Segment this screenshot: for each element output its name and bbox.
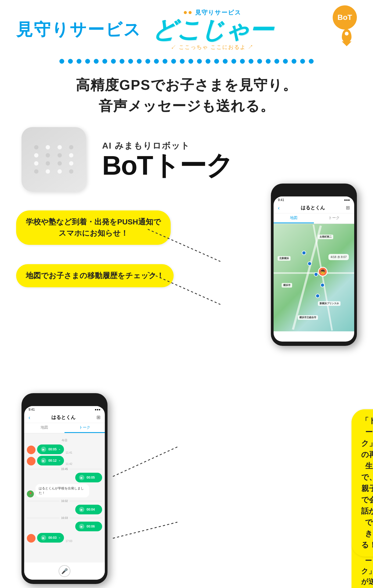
dot-17 bbox=[197, 59, 202, 64]
map-display: 👦 4/18 水 8:07 太尾町第二 北新横浜 横浜市 新横浜プリンスホ 横浜… bbox=[274, 224, 354, 331]
light-15 bbox=[58, 169, 62, 174]
dot-19 bbox=[214, 59, 219, 64]
audio-bubble-3[interactable]: ▶ 00:05 bbox=[75, 473, 102, 482]
section-time-2: 16:02 bbox=[61, 500, 68, 503]
feature-bubble-1: 学校や塾など到着・出発をPUSH通知で スマホにお知らせ！ bbox=[16, 210, 171, 245]
notification-msg: 📍 はるとくんが学校を出発しました！ bbox=[27, 484, 102, 497]
service-name-left: 見守りサービス bbox=[16, 18, 141, 41]
dot-3 bbox=[77, 59, 81, 64]
tab-map-left[interactable]: 地図 bbox=[24, 423, 64, 433]
audio-bubble-4[interactable]: ▶ 00:04 bbox=[75, 505, 102, 514]
location-pin-icon bbox=[342, 29, 352, 42]
dot-16 bbox=[188, 59, 193, 64]
small-service-label: ●● 見守りサービス bbox=[183, 8, 242, 17]
bot-talk-title: BoTトーク bbox=[102, 152, 233, 179]
dot-25 bbox=[266, 59, 271, 64]
map-label-1: 太尾町第二 bbox=[318, 235, 333, 239]
map-label-5: 横浜市立総合市 bbox=[298, 315, 318, 320]
play-icon-5[interactable]: ▶ bbox=[79, 524, 84, 529]
audio-bubble-5[interactable]: ▶ 00:06 bbox=[75, 522, 102, 531]
heading-line1: 高精度GPSでお子さまを見守り。 bbox=[11, 74, 362, 95]
mic-icon[interactable]: 🎤 bbox=[59, 565, 70, 577]
light-16 bbox=[69, 169, 73, 174]
map-dot-4 bbox=[320, 283, 325, 287]
chat-msg-5: ▶ 00:06 bbox=[27, 522, 102, 531]
bot-badge: BoT bbox=[333, 5, 357, 30]
phone-screen-left: 9:41 ●●● ‹ はるとくん ⊞ 地図 トーク 今日 bbox=[24, 406, 105, 580]
dot-15 bbox=[180, 59, 185, 64]
dot-14 bbox=[171, 59, 176, 64]
dot-9 bbox=[128, 59, 133, 64]
contacts-icon[interactable]: ⊞ bbox=[346, 205, 350, 211]
dot-24 bbox=[257, 59, 262, 64]
map-label-3: 横浜市 bbox=[282, 283, 292, 288]
map-label-2: 北新横浜 bbox=[278, 256, 290, 261]
bubble2-text: 地図でお子さまの移動履歴をチェック！ bbox=[26, 271, 164, 280]
section-time-1: 15:45 bbox=[61, 468, 68, 471]
phone-left-wrapper: 9:41 ●●● ‹ はるとくん ⊞ 地図 トーク 今日 bbox=[21, 393, 102, 584]
play-icon-2[interactable]: ▶ bbox=[41, 458, 46, 463]
bottom-section: 9:41 ●●● ‹ はるとくん ⊞ 地図 トーク 今日 bbox=[0, 388, 373, 588]
phone-header-right: ‹ はるとくん ⊞ bbox=[274, 203, 354, 213]
contacts-left-icon[interactable]: ⊞ bbox=[96, 414, 101, 420]
light-8 bbox=[69, 153, 73, 157]
bubble1-line2: スマホにお知らせ！ bbox=[59, 229, 128, 237]
audio-bubble-6[interactable]: ▶ 00:03 bbox=[37, 533, 64, 543]
map-road-3 bbox=[313, 225, 333, 331]
audio-bubble-2[interactable]: ▶ 00:12 bbox=[37, 456, 64, 465]
chat-msg-3: ▶ 00:05 bbox=[27, 473, 102, 482]
play-icon-3[interactable]: ▶ bbox=[79, 475, 84, 480]
phone-title-right: はるとくん bbox=[301, 205, 325, 211]
dot-2 bbox=[68, 59, 73, 64]
dot-11 bbox=[145, 59, 150, 64]
mic-button-area: 🎤 bbox=[24, 562, 105, 580]
play-icon-4[interactable]: ▶ bbox=[79, 507, 84, 512]
logo-area: ●● 見守りサービス どこじゃー ↙ ここっちゃ ここにおるよ ↗ bbox=[152, 8, 272, 51]
audio-time-1: 00:05 bbox=[48, 447, 57, 451]
dot-icon: ●● bbox=[183, 8, 195, 16]
phone-frame-left: 9:41 ●●● ‹ はるとくん ⊞ 地図 トーク 今日 bbox=[21, 393, 107, 584]
msg6-timestamp: 17:03 bbox=[66, 540, 72, 543]
dot-18 bbox=[206, 59, 210, 64]
phone-title-left: はるとくん bbox=[51, 414, 76, 421]
play-icon-1[interactable]: ▶ bbox=[41, 447, 46, 452]
signal-icons: ●●● bbox=[344, 198, 350, 202]
light-9 bbox=[34, 161, 38, 166]
audio-time-6: 00:03 bbox=[48, 536, 57, 540]
dot-30 bbox=[309, 59, 314, 64]
time-left: 9:41 bbox=[28, 408, 35, 411]
dot-10 bbox=[137, 59, 142, 64]
light-11 bbox=[58, 161, 62, 166]
dot-6 bbox=[102, 59, 107, 64]
phone-header-left: ‹ はるとくん ⊞ bbox=[24, 413, 105, 423]
chat-messages: 今日 ▶ 00:05 11:41 bbox=[24, 433, 105, 562]
light-5 bbox=[34, 153, 38, 157]
dot-29 bbox=[300, 59, 305, 64]
dot-20 bbox=[223, 59, 228, 64]
light-10 bbox=[46, 161, 50, 166]
map-road-1 bbox=[292, 225, 322, 330]
notification-text-bubble: はるとくんが学校を出発しました！ bbox=[35, 484, 89, 497]
time-display: 9:41 bbox=[278, 198, 284, 202]
section-divider-3: 16:03 bbox=[27, 517, 102, 519]
map-dot-1 bbox=[302, 251, 306, 255]
phone-right: 9:41 ●●● ‹ はるとくん ⊞ 地図 トーク bbox=[271, 184, 357, 346]
tokoja-subtitle: ↙ ここっちゃ ここにおるよ ↗ bbox=[171, 44, 254, 51]
map-dot-2 bbox=[307, 261, 312, 266]
play-icon-6[interactable]: ▶ bbox=[41, 535, 46, 540]
dot-1 bbox=[59, 59, 64, 64]
tab-map-right[interactable]: 地図 bbox=[274, 213, 314, 223]
audio-bubble-1[interactable]: ▶ 00:05 bbox=[37, 444, 64, 454]
tab-talk-right[interactable]: トーク bbox=[314, 213, 354, 223]
chat-msg-4: ▶ 00:04 bbox=[27, 505, 102, 514]
light-14 bbox=[46, 169, 50, 174]
status-bar-right: 9:41 ●●● bbox=[274, 196, 354, 203]
back-chevron-left-icon[interactable]: ‹ bbox=[28, 414, 30, 421]
back-chevron-icon[interactable]: ‹ bbox=[278, 205, 280, 211]
phone-notch-right bbox=[300, 188, 327, 195]
dot-26 bbox=[274, 59, 279, 64]
dot-22 bbox=[240, 59, 245, 64]
svg-line-2 bbox=[113, 447, 177, 476]
tab-talk-left[interactable]: トーク bbox=[64, 423, 105, 433]
status-bar-left: 9:41 ●●● bbox=[24, 406, 105, 413]
